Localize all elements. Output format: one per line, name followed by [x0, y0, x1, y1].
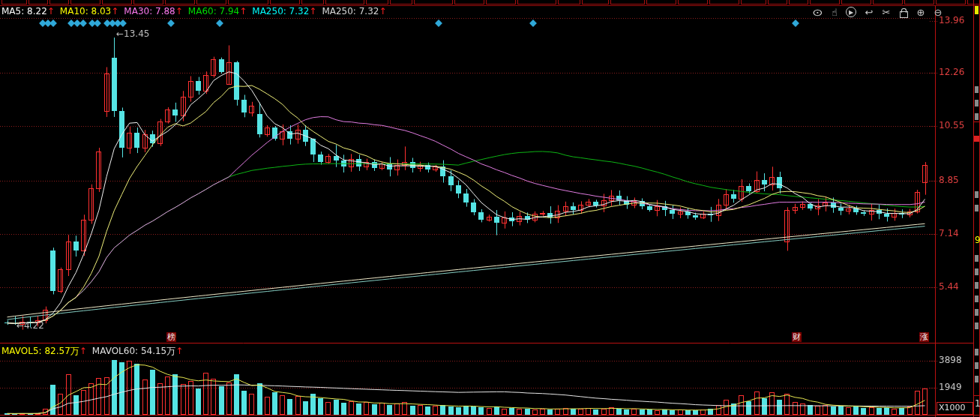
top-tab[interactable] [102, 0, 132, 4]
low-price-annotation: ←4.22 [16, 320, 44, 331]
undo-icon[interactable]: ↩ [863, 7, 875, 18]
lock-icon[interactable] [898, 7, 910, 18]
top-tab[interactable] [196, 0, 226, 4]
top-tab[interactable] [28, 0, 48, 4]
top-tab[interactable] [841, 0, 871, 4]
top-tab[interactable] [904, 0, 934, 4]
up-arrow-icon: ↑ [111, 6, 118, 16]
ma-legend-item: MA10: 8.03↑ [60, 6, 118, 16]
price-axis-label: 7.14 [939, 228, 959, 238]
price-axis-label: 13.96 [939, 15, 964, 26]
top-tab[interactable] [646, 0, 676, 4]
ma-legend-text: MA250: 7.32 [322, 6, 379, 16]
top-tab[interactable] [49, 0, 69, 4]
marquee-item[interactable]: 涨 [919, 332, 929, 342]
up-arrow-icon: ↑ [175, 6, 183, 16]
price-axis-label: 5.44 [939, 281, 959, 292]
top-tab[interactable] [768, 0, 787, 4]
ma-legend: MA5: 8.22↑MA10: 8.03↑MA30: 7.88↑MA60: 7.… [1, 6, 392, 18]
top-tab[interactable] [610, 0, 645, 4]
sidebar-fragment-9: 9 [975, 235, 980, 245]
top-tab[interactable] [70, 0, 100, 4]
ma-legend-text: MA250: 7.32 [252, 6, 309, 16]
up-arrow-icon: ↑ [379, 6, 386, 16]
top-tab[interactable] [1, 0, 27, 4]
mavol-legend-item: MAVOL5: 82.57万↑ [1, 346, 87, 356]
stock-chart-window: MA5: 8.22↑MA10: 8.03↑MA30: 7.88↑MA60: 7.… [0, 0, 980, 417]
volume-axis-label: 3898 [939, 355, 962, 365]
top-tab[interactable] [414, 0, 453, 4]
mavol-legend-item: MAVOL60: 54.15万↑ [92, 346, 183, 356]
ma-legend-item: MA5: 8.22↑ [1, 6, 55, 16]
ma-legend-text: MA5: 8.22 [1, 6, 47, 16]
eye-icon[interactable]: ⊙ [811, 7, 823, 18]
top-tab[interactable] [678, 0, 708, 4]
top-tab[interactable] [228, 0, 268, 4]
top-tab[interactable] [810, 0, 840, 4]
marquee-item[interactable]: 榜 [166, 332, 176, 342]
up-arrow-icon: ↑ [79, 346, 87, 356]
top-tab[interactable] [133, 0, 163, 4]
up-arrow-icon: ↑ [175, 346, 183, 356]
ma-legend-text: MA60: 7.94 [188, 6, 239, 16]
mavol-legend-text: MAVOL5: 82.57万 [1, 346, 79, 356]
top-tab[interactable] [165, 0, 195, 4]
top-tab[interactable] [390, 0, 412, 4]
high-price-annotation: ←13.45 [116, 28, 149, 39]
marquee-item[interactable]: 财 [792, 332, 802, 342]
up-arrow-icon: ↑ [47, 6, 55, 16]
ma-legend-item: MA30: 7.88↑ [124, 6, 182, 16]
scissors-icon[interactable]: ✂ [880, 7, 892, 18]
play-icon[interactable]: ▶ [846, 7, 858, 18]
ma-legend-item: MA250: 7.32↑ [322, 6, 386, 16]
top-tab[interactable] [486, 0, 516, 4]
mavol-legend-text: MAVOL60: 54.15万 [92, 346, 175, 356]
up-arrow-icon: ↑ [239, 6, 247, 16]
top-tab[interactable] [873, 0, 903, 4]
top-tab[interactable] [582, 0, 609, 4]
price-axis-label: 8.85 [939, 175, 959, 185]
top-tab[interactable] [270, 0, 300, 4]
volume-unit-label: X1000 [937, 402, 973, 415]
top-tabstrip [0, 0, 980, 6]
ma-legend-text: MA30: 7.88 [124, 6, 175, 16]
top-tab[interactable] [709, 0, 739, 4]
top-tab[interactable] [454, 0, 484, 4]
top-tab[interactable] [301, 0, 324, 4]
top-tab[interactable] [558, 0, 580, 4]
price-axis-label: 10.55 [939, 120, 964, 130]
price-axis: 13.9612.2610.558.857.145.4438981949 [935, 0, 973, 417]
ma-legend-item: MA250: 7.32↑ [252, 6, 316, 16]
chart-toolbar: ⊙☝▶↩✂⊕⊖ [811, 6, 944, 18]
top-tab[interactable] [741, 0, 766, 4]
sidebar-fragment-1: 1 [975, 398, 980, 409]
zoom-in-icon[interactable]: ⊕ [915, 7, 927, 18]
up-arrow-icon: ↑ [309, 6, 316, 16]
top-tab[interactable] [366, 0, 388, 4]
volume-legend: MAVOL5: 82.57万↑MAVOL60: 54.15万↑ [1, 345, 188, 358]
volume-axis-label: 1949 [939, 382, 962, 392]
price-axis-label: 12.26 [939, 67, 964, 77]
top-tab[interactable] [789, 0, 808, 4]
right-sidebar-strip[interactable]: 9 1 [973, 0, 980, 417]
ma-legend-item: MA60: 7.94↑ [188, 6, 247, 16]
top-tab[interactable] [325, 0, 364, 4]
top-tab[interactable] [517, 0, 556, 4]
hand-pan-icon[interactable]: ☝ [829, 7, 841, 18]
ma-legend-text: MA10: 8.03 [60, 6, 111, 16]
